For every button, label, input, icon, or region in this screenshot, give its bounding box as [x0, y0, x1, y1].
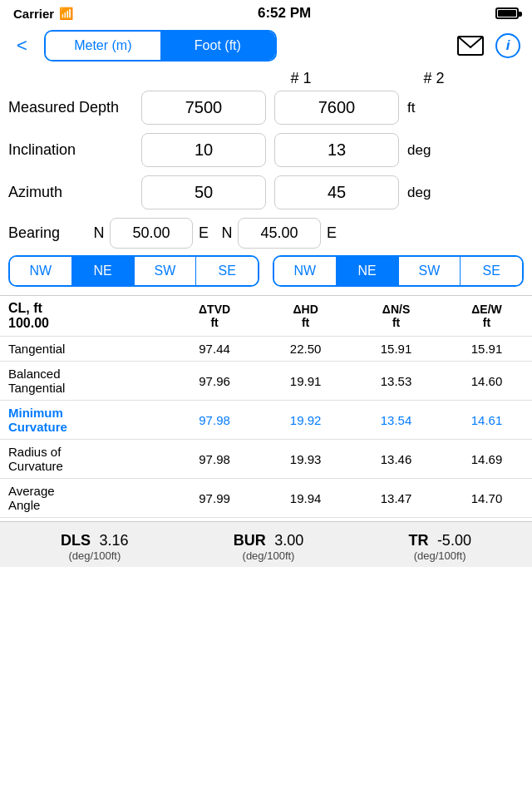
tr-key: TR	[408, 532, 428, 549]
quadrant-group2: NW NE SW SE	[273, 255, 524, 287]
measured-depth-unit: ft	[407, 100, 432, 116]
quadrant-group1: NW NE SW SE	[8, 255, 259, 287]
stats-bar: DLS 3.16 (deg/100ft) BUR 3.00 (deg/100ft…	[0, 521, 532, 567]
tangential-dtvd: 97.44	[169, 337, 260, 362]
status-bar: Carrier 📶 6:52 PM	[0, 0, 532, 25]
tr-unit: (deg/100ft)	[408, 549, 470, 562]
table-row: AverageAngle 97.99 19.94 13.47 14.70	[0, 479, 532, 518]
radius-dtvd: 97.98	[169, 440, 260, 479]
dtvd-header: ΔTVDft	[169, 296, 260, 337]
table-row-minimum-curvature: MinimumCurvature 97.98 19.92 13.54 14.61	[0, 401, 532, 440]
wifi-icon: 📶	[59, 7, 73, 20]
bur-value: 3.00	[274, 532, 303, 549]
dls-key: DLS	[61, 532, 91, 549]
average-dns: 13.47	[351, 479, 441, 518]
col2-header: # 2	[367, 70, 500, 87]
col-headers: # 1 # 2	[8, 70, 524, 87]
bearing-row: Bearing N E N E	[8, 218, 524, 249]
carrier-label: Carrier	[13, 7, 54, 21]
minimum-dns: 13.54	[351, 401, 441, 440]
minimum-dtvd: 97.98	[169, 401, 260, 440]
info-icon-label: i	[506, 37, 510, 54]
radius-dew: 14.69	[441, 440, 532, 479]
quad1-nw-button[interactable]: NW	[10, 257, 72, 285]
measured-depth-input1[interactable]	[141, 91, 266, 125]
quadrant-section: NW NE SW SE NW NE SW SE	[0, 255, 532, 295]
toolbar: < Meter (m) Foot (ft) i	[0, 25, 532, 66]
mail-icon	[457, 36, 484, 56]
dls-value: 3.16	[100, 532, 129, 549]
minimum-dew: 14.61	[441, 401, 532, 440]
bearing-label: Bearing	[8, 224, 91, 242]
bur-group: BUR 3.00 (deg/100ft)	[234, 532, 304, 562]
toolbar-icons: i	[457, 33, 520, 58]
quad1-se-button[interactable]: SE	[196, 257, 258, 285]
bearing-input2[interactable]	[238, 218, 321, 249]
results-table: CL, ft 100.00 ΔTVDft ΔHDft ΔN/Sft ΔE/Wft…	[0, 295, 532, 518]
col1-header: # 1	[234, 70, 367, 87]
inclination-input2[interactable]	[274, 133, 399, 167]
dls-unit: (deg/100ft)	[61, 549, 129, 562]
table-row: BalancedTangential 97.96 19.91 13.53 14.…	[0, 362, 532, 401]
measured-depth-input2[interactable]	[274, 91, 399, 125]
quad2-nw-button[interactable]: NW	[274, 257, 337, 285]
quad2-sw-button[interactable]: SW	[399, 257, 461, 285]
minimum-dhd: 19.92	[260, 401, 351, 440]
quad1-ne-button[interactable]: NE	[72, 257, 135, 285]
dhd-header: ΔHDft	[260, 296, 351, 337]
method-average-angle: AverageAngle	[0, 479, 169, 518]
inclination-fields: deg	[141, 133, 524, 167]
dls-group: DLS 3.16 (deg/100ft)	[61, 532, 129, 562]
cl-header-cell: CL, ft 100.00	[0, 296, 169, 337]
cl-value: 100.00	[8, 316, 49, 330]
table-row: Radius ofCurvature 97.98 19.93 13.46 14.…	[0, 440, 532, 479]
tr-value: -5.00	[437, 532, 471, 549]
radius-dhd: 19.93	[260, 440, 351, 479]
balanced-dns: 13.53	[351, 362, 441, 401]
inclination-input1[interactable]	[141, 133, 266, 167]
radius-dns: 13.46	[351, 440, 441, 479]
balanced-dhd: 19.91	[260, 362, 351, 401]
average-dhd: 19.94	[260, 479, 351, 518]
bur-key: BUR	[234, 532, 266, 549]
unit-toggle: Meter (m) Foot (ft)	[44, 30, 277, 62]
bearing-dir1: N	[91, 224, 106, 242]
method-balanced-tangential: BalancedTangential	[0, 362, 169, 401]
inclination-label: Inclination	[8, 141, 141, 159]
back-button[interactable]: <	[12, 35, 32, 57]
average-dew: 14.70	[441, 479, 532, 518]
method-tangential: Tangential	[0, 337, 169, 362]
azimuth-row: Azimuth deg	[8, 175, 524, 209]
average-dtvd: 97.99	[169, 479, 260, 518]
status-right	[495, 7, 519, 19]
dns-header: ΔN/Sft	[351, 296, 441, 337]
azimuth-unit: deg	[407, 185, 432, 201]
bearing-dir4: E	[324, 224, 339, 242]
info-button[interactable]: i	[495, 33, 520, 58]
meter-unit-button[interactable]: Meter (m)	[46, 32, 160, 60]
bearing-group1: N E	[91, 218, 211, 249]
quad1-sw-button[interactable]: SW	[135, 257, 197, 285]
measured-depth-fields: ft	[141, 91, 524, 125]
balanced-dew: 14.60	[441, 362, 532, 401]
bearing-input1[interactable]	[110, 218, 193, 249]
quad2-ne-button[interactable]: NE	[337, 257, 399, 285]
cl-label: CL, ft	[8, 301, 42, 315]
mail-button[interactable]	[457, 36, 484, 56]
bearing-group2: N E	[219, 218, 339, 249]
quad2-se-button[interactable]: SE	[461, 257, 522, 285]
inclination-row: Inclination deg	[8, 133, 524, 167]
foot-unit-button[interactable]: Foot (ft)	[160, 32, 275, 60]
azimuth-label: Azimuth	[8, 184, 141, 201]
azimuth-input1[interactable]	[141, 175, 266, 209]
time-label: 6:52 PM	[258, 5, 311, 22]
tangential-dew: 15.91	[441, 337, 532, 362]
bur-unit: (deg/100ft)	[234, 549, 304, 562]
status-left: Carrier 📶	[13, 7, 73, 21]
inclination-unit: deg	[407, 142, 432, 159]
azimuth-input2[interactable]	[274, 175, 399, 209]
input-section: # 1 # 2 Measured Depth ft Inclination de…	[0, 66, 532, 249]
tangential-dhd: 22.50	[260, 337, 351, 362]
measured-depth-label: Measured Depth	[8, 99, 141, 116]
dew-header: ΔE/Wft	[441, 296, 532, 337]
